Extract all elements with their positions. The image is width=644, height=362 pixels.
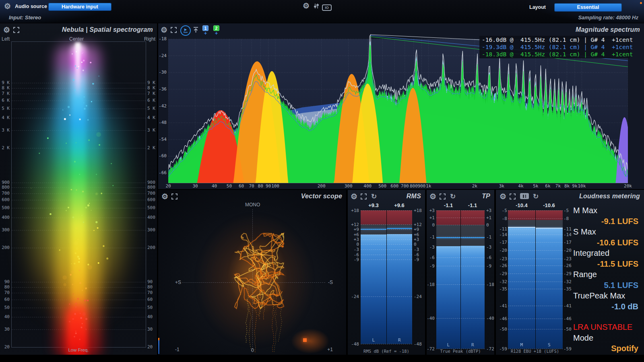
freq-tick-label: 40 — [147, 314, 153, 319]
stat-value: 5.1 LUFS — [573, 280, 638, 291]
tp-scale-tick: -3 — [486, 245, 491, 250]
global-settings-gear-icon[interactable]: ⚙ — [303, 2, 310, 10]
db-tick-label: -66 — [158, 170, 167, 175]
loudness-scale-tick: -8 — [502, 216, 507, 221]
loudness-scale-tick: -26 — [564, 263, 572, 268]
loudness-scale-tick: -23 — [499, 256, 507, 261]
loudness-pause-button[interactable] — [520, 193, 529, 199]
spectrogram-fullscreen-icon[interactable] — [13, 27, 19, 35]
loudness-scale-tick: -29 — [499, 271, 507, 276]
level-fill — [508, 228, 535, 349]
peak-hold-line — [536, 228, 563, 228]
loudness-grid-line — [508, 242, 563, 243]
freq-tick-label: 3 K — [2, 128, 10, 133]
add-overlay-1-icon[interactable]: + — [204, 31, 207, 35]
rms-scale-right: +18+12+9+6+30-3-6-9-24-48 — [413, 210, 424, 344]
loudness-reset-icon[interactable]: ↻ — [533, 192, 539, 201]
db-tick-label: -48 — [158, 120, 167, 125]
freq-tick-label: 4 K — [147, 115, 155, 120]
freq-tick-label: 300 — [147, 227, 155, 232]
level-fill — [387, 234, 413, 344]
rms-scale-tick: +12 — [351, 222, 359, 227]
rms-peak-values: +9.3+9.6 — [361, 202, 412, 209]
add-overlay-2-icon[interactable]: + — [215, 31, 218, 35]
spectrogram-settings-gear-icon[interactable]: ⚙ — [3, 26, 10, 34]
audio-settings-gear-icon[interactable]: ⚙ — [4, 2, 11, 10]
freq-tick-label: 30 — [4, 327, 10, 332]
loudness-scale-tick: -20 — [499, 248, 507, 253]
freq-tick-label: 100 — [268, 183, 282, 189]
loudness-scale-tick: -46 — [499, 316, 507, 321]
rms-meter-panel: ⚙ ↻ RMS +9.3+9.6 +18+12+9+6+30-3-6-9-24-… — [348, 190, 425, 355]
vectorscope-settings-gear-icon[interactable]: ⚙ — [161, 193, 168, 200]
loudness-scale-tick: -11 — [564, 226, 572, 232]
freq-tick-label: 30 — [188, 183, 202, 189]
loudness-bar-S: S — [536, 210, 563, 349]
loudness-grid-line — [508, 265, 563, 266]
loudness-grid-line — [508, 349, 563, 349]
spectrum-fullscreen-icon[interactable] — [171, 27, 177, 35]
stat-label: S Max — [573, 226, 638, 237]
tp-settings-gear-icon[interactable]: ⚙ — [429, 193, 436, 200]
freq-tick-label: 200 — [2, 245, 10, 250]
channel-center-label: Center — [69, 36, 84, 42]
freq-tick-label: 400 — [2, 215, 10, 220]
layout-preset-button[interactable]: Essential — [554, 3, 622, 12]
loudness-settings-gear-icon[interactable]: ⚙ — [500, 193, 506, 200]
rms-fullscreen-icon[interactable] — [361, 193, 367, 201]
loudness-stat-rows: M Max-9.1 LUFSS Max-10.6 LUFSIntegrated-… — [573, 205, 638, 312]
freq-tick-label: 4 K — [2, 115, 10, 120]
rms-grid-line — [361, 249, 412, 250]
loudness-scale-tick: -41 — [564, 303, 572, 309]
freq-tick-label: 1k — [422, 183, 436, 189]
rms-grid-line — [361, 255, 412, 255]
lra-alert: LRA UNSTABLE — [573, 322, 638, 333]
loudness-scale-tick: -17 — [499, 240, 507, 245]
loudness-grid-line — [508, 329, 563, 329]
hardware-input-button[interactable]: Hardware input — [48, 3, 111, 11]
freq-tick-label: 90 — [147, 279, 153, 284]
rms-settings-gear-icon[interactable]: ⚙ — [351, 193, 357, 200]
channel-right-label: Right — [144, 36, 155, 42]
freq-tick-label: 500 — [147, 205, 155, 210]
freq-tick-label: 200 — [147, 245, 155, 250]
red-zone — [361, 210, 386, 224]
mode-value[interactable]: Spotify — [573, 343, 638, 354]
mixer-sliders-icon[interactable] — [313, 3, 320, 11]
db-tick-label: -30 — [158, 70, 167, 75]
loudness-fullscreen-icon[interactable] — [510, 193, 516, 201]
freq-tick-label: 80 — [147, 284, 153, 290]
tp-scale-tick: +1 — [486, 215, 491, 220]
level-fill — [436, 246, 460, 349]
tp-grid-line — [436, 257, 485, 258]
tp-grid-line — [436, 218, 485, 218]
overlay-channel-2-button[interactable]: 2 + — [213, 25, 219, 35]
db-tick-label: -24 — [158, 53, 167, 58]
spectrum-settings-gear-icon[interactable]: ⚙ — [161, 26, 167, 34]
loudness-scale-tick: -32 — [499, 279, 507, 284]
channel-label: S — [536, 342, 563, 348]
tp-fullscreen-icon[interactable] — [440, 193, 446, 201]
overlay-channel-1-button[interactable]: 1 + — [202, 25, 208, 35]
level-fill — [361, 234, 386, 344]
tp-reset-icon[interactable]: ↻ — [450, 192, 456, 201]
live-play-button[interactable]: ▶ live — [180, 25, 191, 36]
rms-scale-tick: 0 — [414, 242, 417, 247]
cursor-readout-row: -19.3dB @ 415.5Hz (82.1 cm) | G# 4 +1cen… — [479, 43, 630, 51]
vectorscope-fullscreen-icon[interactable] — [171, 193, 178, 201]
freq-tick-label: 60 — [4, 297, 10, 302]
channel-left-label: Left — [2, 36, 10, 42]
tp-scale-tick: -18 — [486, 282, 494, 287]
freq-tick-label: 30 — [147, 327, 153, 332]
peak-hold-arrow-icon[interactable] — [193, 27, 199, 35]
rms-grid-line — [361, 234, 412, 235]
loudness-panel-title: Loudness metering — [579, 193, 640, 200]
rms-reset-icon[interactable]: ↻ — [371, 192, 377, 201]
loudness-metering-panel: ⚙ ↻ Loudness metering -10.4-10.6 -5-8-11… — [496, 190, 644, 355]
freq-tick-label: 6 K — [147, 98, 155, 103]
freq-tick-label: 7 K — [2, 91, 10, 96]
tp-bar-L: L — [436, 210, 460, 349]
rms-grid-line — [361, 259, 412, 260]
rms-grid-line — [361, 210, 412, 211]
io-routing-icon[interactable]: IO — [322, 3, 332, 11]
